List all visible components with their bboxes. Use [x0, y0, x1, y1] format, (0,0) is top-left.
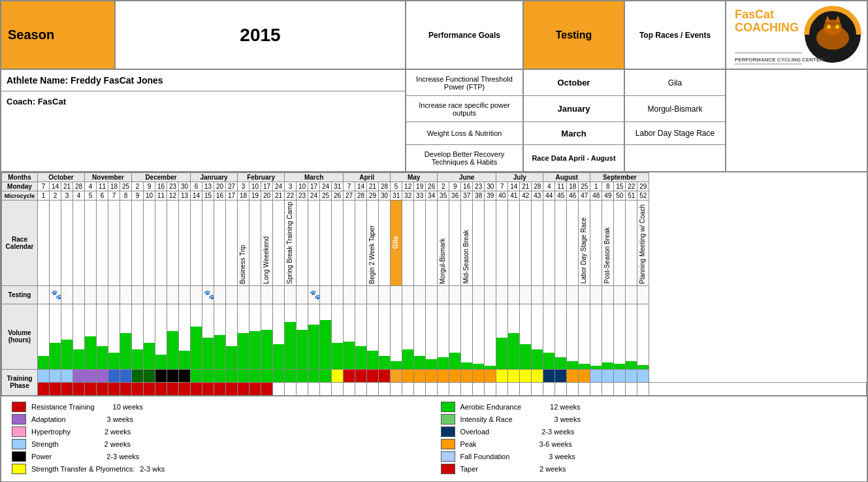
intensity-color [441, 414, 455, 425]
training-phase-row: TrainingPhase [2, 369, 867, 382]
months-label: Months [2, 173, 38, 182]
year-display: 2015 [240, 25, 280, 46]
perf-goals-header: Performance Goals [406, 1, 524, 69]
overload-color [441, 426, 455, 437]
month-april: April [344, 173, 391, 182]
testing-row-label: Testing [2, 285, 38, 304]
testing-oct-icon: 🐾 [50, 285, 61, 304]
goal-4: Develop Better Recovery Techniques & Hab… [406, 145, 522, 171]
testing-month-3: March [524, 122, 624, 145]
testing-jan-icon: 🐾 [202, 285, 214, 304]
top-race-1: Gila [625, 70, 725, 96]
calendar-table: Months October November December Janruar… [1, 172, 867, 396]
mid-season-break: Mid-Season Break [462, 230, 470, 283]
testing-label: Testing [556, 29, 592, 41]
taper-label: Taper [460, 465, 479, 473]
testing-month-1: October [524, 70, 624, 96]
taper-weeks: 2 weeks [539, 465, 566, 473]
overload-weeks: 2-3 weeks [541, 428, 574, 436]
monday-label: Monday [2, 182, 38, 191]
perf-goals-label: Performance Goals [428, 31, 500, 40]
info-goals-section: Athlete Name: Freddy FasCat Jones Coach:… [1, 70, 867, 172]
long-weekend: Long Weeekend [263, 236, 270, 284]
svg-text:COACHING: COACHING [735, 21, 799, 34]
legend-peak: Peak 3-6 weeks [441, 439, 857, 449]
strength-label: Strength [31, 440, 59, 448]
resistance-weeks: 10 weeks [113, 403, 143, 411]
fall-foundation-label: Fall Foundation [460, 453, 510, 460]
post-season-break: Post-Season Break [603, 227, 611, 283]
peak-label: Peak [460, 440, 477, 448]
gila-race: Gila [392, 236, 399, 249]
month-june: June [438, 173, 496, 182]
fascat-logo: FasCat COACHING PERFORMANCE CYCLING CENT… [731, 4, 862, 66]
strength-color [12, 439, 26, 449]
top-race-3: Labor Day Stage Race [625, 122, 725, 145]
planning-meeting: Planning Meeting w/ Coach [639, 204, 646, 284]
labor-day-stage: Labor Day Stage Race [580, 217, 587, 283]
left-info: Athlete Name: Freddy FasCat Jones Coach:… [1, 70, 406, 171]
aerobic-weeks: 12 weeks [550, 403, 580, 411]
legend-overload: Overload 2-3 weeks [441, 426, 857, 437]
power-label: Power [31, 453, 52, 460]
month-may: May [391, 173, 438, 182]
begin-2wk-taper: Begin 2 Week Taper [368, 225, 376, 284]
strength-weeks: 2 weeks [104, 440, 131, 448]
race-cal-label: RaceCalendar [2, 201, 38, 286]
month-december: December [132, 173, 191, 182]
calendar-section: Months October November December Janruar… [1, 172, 867, 396]
hypertrophy-label: Hypertrophy [31, 428, 71, 436]
adaptation-color [12, 414, 26, 425]
season-label: Season [8, 27, 54, 42]
svg-point-6 [835, 25, 839, 29]
top-races-header: Top Races / Events [625, 1, 726, 69]
month-november: November [85, 173, 132, 182]
month-january: Janruary [191, 173, 238, 182]
top-race-2: Morgul-Bismark [625, 96, 725, 122]
year-block: 2015 [116, 1, 406, 69]
testing-header: Testing [524, 1, 625, 69]
resistance-color [12, 402, 26, 412]
svg-text:FasCat: FasCat [735, 8, 774, 21]
month-october: October [38, 173, 85, 182]
goal-2: Increase race specific power outputs [406, 96, 522, 122]
goal-3: Weight Loss & Nutrition [406, 122, 522, 145]
power-weeks: 2-3 weeks [106, 453, 139, 460]
month-july: July [496, 173, 543, 182]
coach-name: Coach: FasCat [1, 91, 405, 112]
resistance-label: Resistance Training [31, 403, 95, 411]
microcycle-row: Microcycle 1 2 3 4 5 6 7 8 9 10 11 12 13… [2, 191, 867, 201]
month-september: September [590, 173, 649, 182]
monday-row: Monday 7 14 21 28 4 11 18 25 2 9 16 23 3… [2, 182, 867, 191]
top-races-label: Top Races / Events [639, 31, 711, 40]
training-phase-row-2 [2, 382, 867, 395]
top-race-4 [625, 145, 725, 171]
legend-aerobic: Aerobic Endurance 12 weeks [441, 402, 857, 412]
testing-month-2: January [524, 96, 624, 122]
season-block: Season [1, 1, 116, 69]
fall-foundation-color [441, 451, 455, 462]
testing-row: Testing 🐾 🐾 [2, 285, 867, 304]
spring-break: Spring Break Training Camp [286, 202, 293, 284]
intensity-weeks: 3 weeks [555, 415, 581, 423]
legend-power: Power 2-3 weeks [12, 451, 428, 462]
legend-hypertrophy: Hypertrophy 2 weeks [12, 426, 428, 437]
legend-left: Resistance Training 10 weeks Adaptation … [12, 402, 428, 476]
months-row: Months October November December Janruar… [2, 173, 867, 182]
peak-color [441, 439, 455, 449]
main-container: Season 2015 Performance Goals Testing To… [0, 0, 868, 482]
svg-point-5 [827, 25, 831, 29]
race-calendar-row: RaceCalendar [2, 201, 867, 286]
aerobic-label: Aerobic Endurance [460, 403, 522, 411]
strength-transfer-weeks: 2-3 wks [140, 465, 165, 473]
month-february: February [238, 173, 285, 182]
goal-1: Increase Functional Threshold Power (FTP… [406, 70, 522, 96]
adaptation-weeks: 3 weeks [107, 415, 133, 423]
overload-label: Overload [460, 428, 490, 436]
legend-taper: Taper 2 weeks [441, 464, 857, 474]
legend-strength: Strength 2 weeks [12, 439, 428, 449]
legend-intensity: Intensity & Race 3 weeks [441, 414, 857, 425]
adaptation-label: Adaptation [31, 415, 66, 423]
morgul-bismark: Morgul-Bismark [439, 238, 446, 284]
training-phase-label: TrainingPhase [2, 369, 38, 395]
